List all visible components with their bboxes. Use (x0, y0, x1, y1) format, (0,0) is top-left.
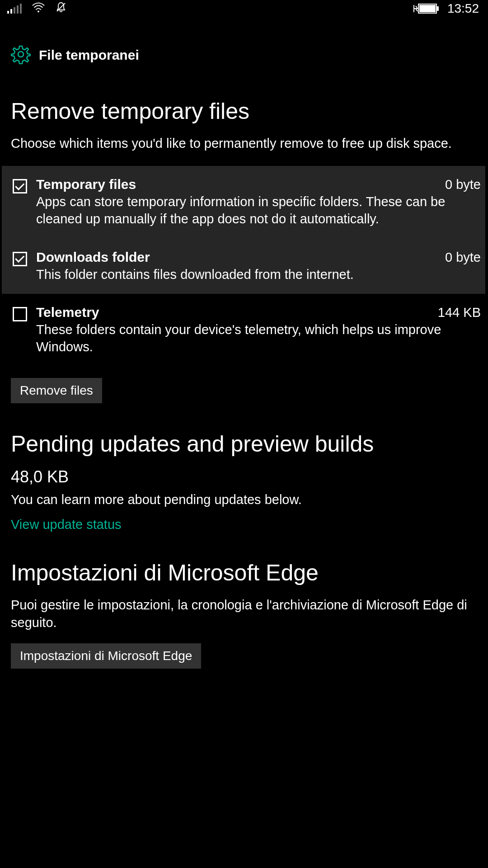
edge-settings-desc: Puoi gestire le impostazioni, la cronolo… (11, 596, 477, 632)
item-title: Downloads folder (36, 250, 150, 265)
item-size: 0 byte (445, 250, 481, 265)
checkbox-temporary-files[interactable] (13, 179, 27, 193)
checkbox-telemetry[interactable] (13, 307, 27, 321)
status-bar: 13:52 (0, 0, 488, 17)
item-desc: These folders contain your device's tele… (36, 321, 481, 356)
item-size: 0 byte (445, 177, 481, 192)
svg-rect-4 (437, 6, 439, 11)
page-title: File temporanei (39, 47, 139, 63)
svg-rect-3 (419, 5, 436, 12)
status-clock: 13:52 (447, 1, 479, 16)
view-update-status-link[interactable]: View update status (11, 517, 122, 532)
item-desc: This folder contains files downloaded fr… (36, 266, 481, 283)
edge-settings-button[interactable]: Impostazioni di Microsoft Edge (11, 643, 201, 669)
item-title: Temporary files (36, 177, 136, 192)
wifi-icon (32, 2, 45, 16)
remove-temp-desc: Choose which items you'd like to permane… (11, 135, 477, 152)
item-telemetry[interactable]: Telemetry 144 KB These folders contain y… (2, 294, 485, 367)
remove-files-button[interactable]: Remove files (11, 378, 102, 403)
pending-updates-desc: You can learn more about pending updates… (11, 491, 477, 509)
pending-updates-heading: Pending updates and preview builds (11, 430, 477, 458)
item-downloads-folder[interactable]: Downloads folder 0 byte This folder cont… (2, 239, 485, 294)
remove-temp-heading: Remove temporary files (11, 98, 477, 125)
item-temporary-files[interactable]: Temporary files 0 byte Apps can store te… (2, 166, 485, 239)
item-size: 144 KB (438, 305, 481, 320)
item-title: Telemetry (36, 305, 99, 320)
checkbox-downloads-folder[interactable] (13, 252, 27, 266)
item-desc: Apps can store temporary information in … (36, 193, 481, 228)
battery-charging-icon (413, 3, 439, 14)
edge-settings-heading: Impostazioni di Microsoft Edge (11, 559, 477, 586)
svg-point-5 (18, 52, 23, 57)
gear-icon (11, 44, 31, 66)
temp-items-list: Temporary files 0 byte Apps can store te… (2, 166, 485, 366)
cellular-signal-icon (7, 4, 22, 14)
notification-bell-icon (55, 1, 67, 16)
pending-updates-size: 48,0 KB (11, 467, 477, 486)
svg-point-0 (38, 10, 39, 12)
